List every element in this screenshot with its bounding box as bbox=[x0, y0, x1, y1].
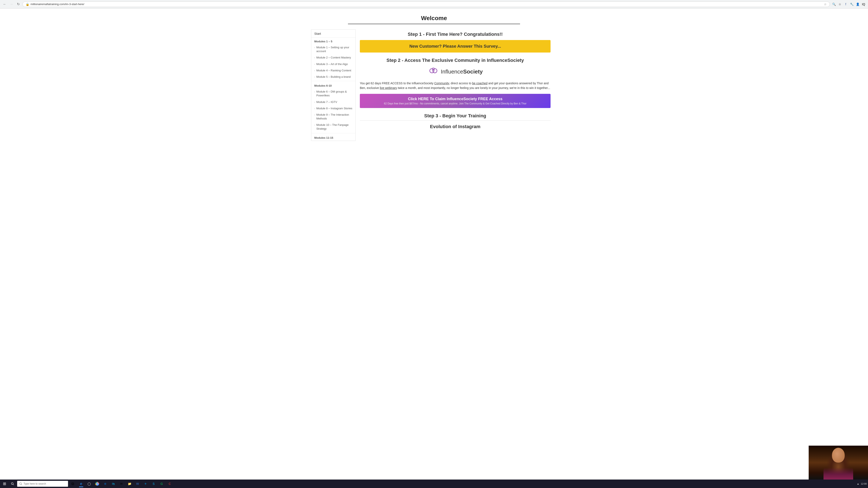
sidebar-section-modules-1-5: Modules 1 – 5 bbox=[311, 38, 355, 44]
influence-description: You get 62 days FREE ACCESS to the Influ… bbox=[360, 81, 551, 91]
page-wrapper: Welcome Start Modules 1 – 5 › Module 1 –… bbox=[307, 8, 561, 141]
chevron-icon: › bbox=[314, 113, 315, 117]
address-bar[interactable]: 🔒 millionairemafiatraining.com/im-3-star… bbox=[23, 1, 830, 7]
sidebar-header: Start bbox=[311, 30, 355, 38]
sidebar-item-module7[interactable]: › Module 7 – IGTV bbox=[311, 99, 355, 105]
sidebar-item-module8[interactable]: › Module 8 – Instagram Stories bbox=[311, 105, 355, 111]
url-text: millionairemafiatraining.com/im-3-start-… bbox=[31, 3, 823, 6]
content-area: Step 1 - First Time Here? Congratulation… bbox=[355, 29, 557, 134]
sidebar-item-module4[interactable]: › Module 4 – Ranking Content bbox=[311, 67, 355, 74]
chevron-icon: › bbox=[314, 69, 315, 72]
sidebar-section-modules-11-15: Modules 11-15 bbox=[311, 134, 355, 141]
step2-title: Step 2 - Access The Exclusive Community … bbox=[360, 58, 551, 63]
chevron-icon: › bbox=[314, 101, 315, 104]
reload-button[interactable]: ↻ bbox=[16, 2, 21, 7]
evolution-title: Evolution of Instagram bbox=[360, 124, 551, 129]
bookmark-icon[interactable]: ☆ bbox=[824, 3, 827, 6]
facebook-icon[interactable]: f bbox=[843, 2, 848, 6]
influence-society-icon bbox=[428, 66, 439, 77]
claim-button[interactable]: Click HERE To Claim InfluenceSociety FRE… bbox=[360, 94, 551, 108]
chevron-icon: › bbox=[314, 46, 315, 49]
step3-divider bbox=[360, 120, 551, 121]
title-divider bbox=[348, 24, 520, 24]
page-title-area: Welcome bbox=[311, 13, 557, 29]
sidebar-item-module9[interactable]: › Module 9 – The Interaction Methods bbox=[311, 111, 355, 122]
chevron-icon: › bbox=[314, 90, 315, 93]
community-link[interactable]: Community bbox=[434, 82, 449, 85]
live-webinars-link[interactable]: live webinars bbox=[380, 86, 397, 90]
sidebar-item-module3[interactable]: › Module 3 – Art of the Algo bbox=[311, 61, 355, 67]
browser-toolbar: 🔍 ☆ f 🔧 👤 IQ bbox=[832, 2, 866, 6]
svg-point-1 bbox=[433, 69, 437, 73]
sidebar-item-module2[interactable]: › Module 2 – Content Mastery bbox=[311, 55, 355, 61]
sidebar: Start Modules 1 – 5 › Module 1 – Setting… bbox=[311, 29, 355, 141]
bookmark-manager-icon[interactable]: ☆ bbox=[837, 2, 842, 6]
influence-logo-text: InfluenceSociety bbox=[441, 68, 483, 75]
browser-chrome: ← → ↻ 🔒 millionairemafiatraining.com/im-… bbox=[0, 0, 868, 8]
chevron-icon: › bbox=[314, 124, 315, 127]
extension-icon-3[interactable]: IQ bbox=[861, 2, 866, 6]
chevron-icon: › bbox=[314, 63, 315, 66]
extension-icon-2[interactable]: 👤 bbox=[855, 2, 860, 6]
sidebar-sep-1 bbox=[311, 81, 355, 81]
claim-btn-subtitle: 62 Days free then just $67/mo - No commi… bbox=[364, 102, 546, 105]
main-layout: Start Modules 1 – 5 › Module 1 – Setting… bbox=[311, 29, 557, 141]
lock-icon: 🔒 bbox=[26, 3, 29, 6]
page-title: Welcome bbox=[311, 15, 557, 22]
survey-button[interactable]: New Customer? Please Answer This Survey.… bbox=[360, 40, 551, 53]
sidebar-sep-2 bbox=[311, 133, 355, 133]
search-icon[interactable]: 🔍 bbox=[832, 2, 836, 6]
sidebar-item-module1[interactable]: › Module 1 – Setting up your account bbox=[311, 44, 355, 55]
sidebar-item-module10[interactable]: › Module 10 – The Fanpage Strategy bbox=[311, 122, 355, 132]
back-button[interactable]: ← bbox=[2, 2, 7, 7]
extension-icon-1[interactable]: 🔧 bbox=[849, 2, 854, 6]
forward-button[interactable]: → bbox=[9, 2, 14, 7]
chevron-icon: › bbox=[314, 56, 315, 59]
claim-btn-title: Click HERE To Claim InfluenceSociety FRE… bbox=[364, 97, 546, 101]
step1-title: Step 1 - First Time Here? Congratulation… bbox=[360, 32, 551, 37]
sidebar-item-module5[interactable]: › Module 5 – Building a brand bbox=[311, 74, 355, 80]
chevron-icon: › bbox=[314, 75, 315, 78]
be-coached-link[interactable]: be coached bbox=[472, 82, 487, 85]
chevron-icon: › bbox=[314, 107, 315, 110]
step3-title: Step 3 - Begin Your Training bbox=[360, 113, 551, 119]
influence-society-logo: InfluenceSociety bbox=[360, 66, 551, 77]
sidebar-item-module6[interactable]: › Module 6 – DM groups & Powerlikes bbox=[311, 89, 355, 99]
sidebar-section-modules-6-10: Modules 6-10 bbox=[311, 82, 355, 89]
